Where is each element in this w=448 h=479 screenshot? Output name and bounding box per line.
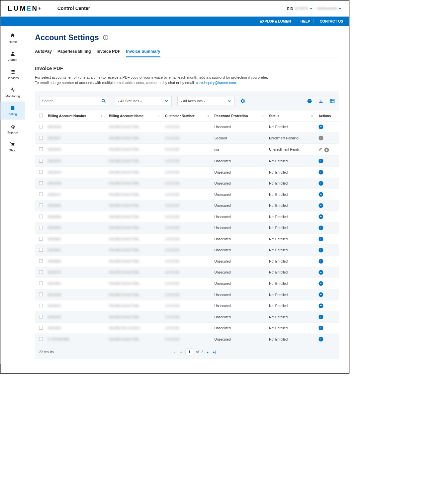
add-icon[interactable]: + (318, 303, 323, 308)
row-checkbox[interactable] (39, 248, 43, 252)
sidebar-item-billing[interactable]: Billing (1, 102, 25, 120)
row-checkbox[interactable] (39, 281, 43, 285)
table-row: 8935880FAURECIA AUTOM...3-472135Unsecure… (35, 256, 339, 267)
gear-icon (10, 123, 16, 129)
add-icon[interactable]: + (318, 192, 323, 197)
col-name[interactable]: Billing Account Name↑↓ (106, 111, 162, 121)
cell-ban: 8846369 (48, 315, 61, 319)
row-checkbox[interactable] (39, 125, 43, 128)
tab-autopay[interactable]: AutoPay (35, 46, 52, 57)
add-icon[interactable]: + (318, 337, 323, 342)
add-icon[interactable]: + (318, 170, 323, 175)
search-input[interactable] (42, 99, 101, 103)
row-checkbox[interactable] (39, 270, 43, 274)
sidebar-item-monitoring[interactable]: Monitoring (1, 83, 25, 102)
table-row: 5-YRONP0M5FAURECIA AUTOM...3-472135Unsec… (35, 334, 339, 345)
row-checkbox[interactable] (39, 181, 43, 185)
last-page-button[interactable]: ▸| (212, 350, 217, 355)
add-icon[interactable]: + (318, 292, 323, 297)
add-icon[interactable]: + (318, 203, 323, 208)
table-row: 8953206FAURECIA AUTOM...3-472135Unsecure… (35, 178, 339, 189)
first-page-button[interactable]: |◂ (172, 350, 176, 355)
row-checkbox[interactable] (39, 315, 43, 318)
eid-value: 1170372 (295, 7, 308, 11)
logo[interactable]: LUMEN® (8, 4, 41, 12)
print-icon[interactable] (307, 98, 312, 104)
app-name: Control Center (57, 6, 90, 11)
next-page-button[interactable]: ▸ (206, 350, 210, 355)
row-checkbox[interactable] (39, 326, 43, 330)
search-icon[interactable] (101, 98, 106, 104)
row-checkbox[interactable] (39, 214, 43, 218)
row-checkbox[interactable] (39, 226, 43, 229)
tab-invoice-pdf[interactable]: Invoice PDF (97, 46, 120, 57)
search-box[interactable] (39, 96, 109, 106)
add-icon[interactable]: + (318, 214, 323, 219)
sidebar-item-home[interactable]: Home (1, 29, 25, 47)
cell-name: FAURECIA AUTOM... (109, 259, 141, 263)
add-icon[interactable]: + (318, 181, 323, 186)
col-cust[interactable]: Customer Number↑↓ (162, 111, 212, 121)
row-checkbox[interactable] (39, 192, 43, 196)
add-icon[interactable]: + (318, 237, 323, 241)
add-icon[interactable]: + (318, 248, 323, 252)
help-icon[interactable]: ? (103, 35, 108, 40)
cell-name: FAURECIA AUTOM... (109, 193, 141, 197)
cell-actions: ■ (316, 144, 339, 156)
account-filter[interactable]: - All Accounts - (177, 96, 234, 106)
add-disabled-icon: + (318, 136, 323, 140)
tab-invoice-summary[interactable]: Invoice Summary (126, 46, 160, 57)
help-link[interactable]: HELP (301, 19, 310, 23)
page-input[interactable] (186, 349, 193, 355)
sidebar-item-support[interactable]: Support (1, 120, 25, 138)
add-icon[interactable]: + (318, 281, 323, 286)
table-footer: 22 results |◂ ◂ of 2 ▸ ▸| (35, 345, 339, 359)
row-checkbox[interactable] (39, 237, 43, 240)
cell-cust: 3-472135 (165, 237, 179, 241)
add-icon[interactable]: + (318, 315, 323, 319)
sidebar-item-services[interactable]: Services (1, 65, 25, 84)
select-all-checkbox[interactable] (39, 114, 43, 117)
contact-link[interactable]: CONTACT US (320, 19, 343, 23)
row-checkbox[interactable] (39, 170, 43, 174)
add-icon[interactable]: + (318, 124, 323, 129)
stop-icon[interactable]: ■ (324, 148, 329, 152)
prev-page-button[interactable]: ◂ (179, 350, 183, 355)
col-status[interactable]: Status↑↓ (266, 111, 316, 121)
add-icon[interactable]: + (318, 159, 323, 163)
row-checkbox[interactable] (39, 292, 43, 296)
eid-selector[interactable]: EID 1170372 (287, 6, 313, 10)
row-checkbox[interactable] (39, 159, 43, 163)
col-ban[interactable]: Billing Account Number↑↓ (45, 111, 106, 121)
download-icon[interactable] (318, 98, 324, 104)
status-filter[interactable]: - All Statuses - (115, 96, 172, 106)
billing-icon (10, 105, 16, 111)
gear-icon[interactable] (240, 98, 245, 104)
cell-actions: + (316, 167, 339, 178)
edit-icon[interactable] (318, 147, 322, 151)
add-icon[interactable]: + (318, 259, 323, 264)
contact-email-link[interactable]: care.inquiry@lumen.com (196, 81, 236, 85)
row-checkbox[interactable] (39, 203, 43, 207)
row-checkbox[interactable] (39, 304, 43, 307)
add-icon[interactable]: + (318, 326, 323, 330)
tab-paperless[interactable]: Paperless Billing (57, 46, 91, 57)
cell-status: Not Enrolled (266, 278, 316, 289)
svg-rect-3 (11, 71, 12, 72)
row-checkbox[interactable] (39, 259, 43, 263)
cell-name: FAURECIA AUTOM... (109, 136, 141, 140)
explore-link[interactable]: EXPLORE LUMEN (260, 19, 291, 23)
add-icon[interactable]: + (318, 225, 323, 230)
columns-icon[interactable] (330, 98, 335, 104)
cell-actions: + (316, 267, 339, 278)
col-pwd[interactable]: Password Protection↑↓ (212, 111, 267, 121)
row-checkbox[interactable] (39, 337, 43, 341)
row-checkbox[interactable] (39, 147, 43, 151)
row-checkbox[interactable] (39, 136, 43, 139)
sidebar-item-admin[interactable]: Admin (1, 47, 25, 65)
table-row: 8931961FAURECIA AUTOM...3-472135Unsecure… (35, 278, 339, 289)
user-selector[interactable]: mathewsmith (317, 7, 342, 11)
sidebar-item-shop[interactable]: Shop (1, 138, 25, 156)
add-icon[interactable]: + (318, 270, 323, 275)
toolbar: - All Statuses - - All Accounts - (35, 91, 339, 111)
